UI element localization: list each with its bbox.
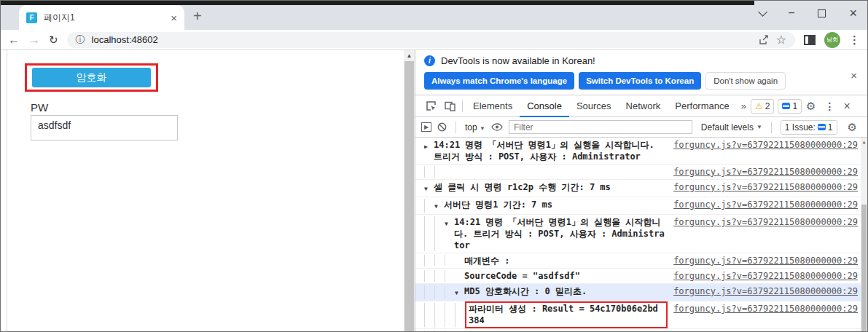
console-row: 에러 코드 : 0 forguncy.js?v=6379221150800000… <box>415 329 861 331</box>
source-link[interactable]: forguncy.js?v=637922115080000000:29 <box>673 216 858 228</box>
console-row-highlighted: ▼ MD5 암호화시간 : 0 밀리초. forguncy.js?v=63792… <box>415 284 861 301</box>
console-row: ▼ 서버단 명령1 기간: 7 ms forguncy.js?v=6379221… <box>415 197 861 215</box>
log-levels-dropdown[interactable]: Default levels ▼ <box>701 122 762 133</box>
source-link[interactable]: forguncy.js?v=637922115080000000:29 <box>673 139 858 151</box>
devtools-menu-icon[interactable]: ⋮ <box>821 100 840 112</box>
divider <box>462 100 463 112</box>
devtools-tabbar: Elements Console Sources Network Perform… <box>415 95 867 117</box>
devtools-close-icon[interactable]: × <box>840 100 855 113</box>
browser-window: F 페이지1 × + − × ← → ↻ ⓘ localhost:48602 ☆… <box>0 0 868 332</box>
new-tab-button[interactable]: + <box>193 8 202 25</box>
warnings-badge[interactable]: ⚠ 2 <box>751 99 774 114</box>
console-row: SourceCode = "asdfsdf" forguncy.js?v=637… <box>415 269 861 284</box>
tab-sources[interactable]: Sources <box>569 95 619 117</box>
console-toolbar: ▶ top ▼ Default levels ▼ 1 Issue: 1 ⚙ <box>415 117 867 138</box>
tab-title: 페이지1 <box>44 12 171 24</box>
disclosure-icon[interactable]: ▼ <box>424 181 434 195</box>
url-text[interactable]: localhost:48602 <box>92 34 751 45</box>
page-scrollbar-thumb[interactable] <box>404 61 414 331</box>
divider <box>455 122 456 133</box>
pw-label: PW <box>31 101 48 114</box>
info-icon: i <box>424 55 435 66</box>
log-message: 서버단 명령1 기간: 7 ms <box>444 199 673 210</box>
console-row: 파라미터 생성 : Result = 54c170b06e2bd384 forg… <box>415 301 861 329</box>
disclosure-icon[interactable]: ▶ <box>424 139 434 153</box>
dont-show-again-button[interactable]: Don't show again <box>705 72 786 90</box>
log-message: 14:21 명령 「서버단 명령1」의 실행을 시작합니다. 트리거 방식 : … <box>434 139 673 162</box>
tab-elements[interactable]: Elements <box>466 95 520 117</box>
devtools-language-notification: i DevTools is now available in Korean! A… <box>415 50 867 95</box>
scroll-up-icon[interactable]: ▲ <box>861 138 867 146</box>
scroll-up-icon[interactable]: ▲ <box>404 50 415 60</box>
more-tabs-icon[interactable]: » <box>737 100 751 111</box>
minimize-button[interactable]: − <box>788 7 794 20</box>
switch-korean-button[interactable]: Switch DevTools to Korean <box>579 72 701 90</box>
devtools-settings-icon[interactable]: ⚙ <box>802 100 820 113</box>
page-grid-line <box>7 50 7 331</box>
reload-icon[interactable]: ↻ <box>49 34 58 46</box>
context-selector[interactable]: top ▼ <box>465 122 485 133</box>
forward-icon[interactable]: → <box>28 34 40 46</box>
console-log: ▶ 14:21 명령 「서버단 명령1」의 실행을 시작합니다. 트리거 방식 … <box>415 138 867 331</box>
messages-badge[interactable]: 1 <box>778 99 802 114</box>
tab-close-icon[interactable]: × <box>171 12 177 23</box>
console-row: ▼ 셀 클릭 시 명령 r1c2p 수행 기간: 7 ms forguncy.j… <box>415 180 861 197</box>
log-message: MD5 암호화시간 : 0 밀리초. <box>464 285 673 297</box>
disclosure-icon[interactable]: ▼ <box>445 216 454 230</box>
page-scrollbar[interactable]: ▲ <box>404 50 415 331</box>
log-message: 에러 코드 : 0 <box>464 331 673 331</box>
source-link[interactable]: forguncy.js?v=637922115080000000:29 <box>673 270 858 282</box>
console-scrollbar-thumb[interactable] <box>861 205 867 331</box>
tab-performance[interactable]: Performance <box>668 95 736 117</box>
source-link[interactable]: forguncy.js?v=637922115080000000:29 <box>673 166 858 178</box>
notification-message: DevTools is now available in Korean! <box>441 55 595 66</box>
browser-tab[interactable]: F 페이지1 × <box>19 5 184 30</box>
inspect-element-icon[interactable] <box>421 100 440 111</box>
console-row: 매개변수 : forguncy.js?v=637922115080000000:… <box>415 253 861 269</box>
log-message: 셀 클릭 시 명령 r1c2p 수행 기간: 7 ms <box>434 181 673 193</box>
window-close-button[interactable]: × <box>849 6 857 21</box>
issues-chip[interactable]: 1 Issue: 1 <box>781 120 837 135</box>
source-link[interactable]: forguncy.js?v=637922115080000000:29 <box>673 255 858 266</box>
log-message: 매개변수 : <box>464 255 673 266</box>
console-filter-input[interactable] <box>509 120 692 134</box>
site-info-icon[interactable]: ⓘ <box>76 33 85 47</box>
divider <box>771 122 772 133</box>
disclosure-icon[interactable]: ▼ <box>434 199 444 213</box>
match-language-button[interactable]: Always match Chrome's language <box>424 72 574 90</box>
warning-icon: ⚠ <box>755 101 763 111</box>
notification-close-icon[interactable]: × <box>851 69 857 82</box>
device-toolbar-icon[interactable] <box>440 101 459 111</box>
bookmark-star-icon[interactable]: ☆ <box>776 33 786 47</box>
log-message: 파라미터 생성 : Result = 54c170b06e2bd384 <box>465 303 673 327</box>
source-link[interactable]: forguncy.js?v=637922115080000000:29 <box>673 199 858 210</box>
maximize-button[interactable] <box>818 9 826 17</box>
side-panel-icon[interactable] <box>804 35 816 45</box>
console-scrollbar[interactable]: ▲ <box>861 138 867 331</box>
pw-input[interactable] <box>31 115 178 141</box>
log-message: SourceCode = "asdfsdf" <box>464 270 673 282</box>
browser-menu-icon[interactable]: ⋮ <box>849 33 860 47</box>
tab-network[interactable]: Network <box>619 95 668 117</box>
back-icon[interactable]: ← <box>8 34 20 46</box>
tab-console[interactable]: Console <box>520 95 569 117</box>
disclosure-icon[interactable]: ▼ <box>455 285 464 299</box>
log-message: 14:21 명령 「서버단 명령1」의 실행을 시작합니다. 트리거 방식 : … <box>454 216 673 251</box>
source-link[interactable]: forguncy.js?v=637922115080000000:29 <box>673 285 858 297</box>
source-link[interactable]: forguncy.js?v=637922115080000000:29 <box>673 303 858 315</box>
address-bar[interactable]: ⓘ localhost:48602 ☆ <box>67 32 795 48</box>
live-expression-eye-icon[interactable] <box>491 123 503 131</box>
clear-console-icon[interactable] <box>437 122 447 132</box>
source-link[interactable]: forguncy.js?v=637922115080000000:29 <box>673 181 858 193</box>
profile-avatar[interactable]: 남희 <box>824 32 840 48</box>
devtools-panel: i DevTools is now available in Korean! A… <box>415 50 867 331</box>
source-link[interactable]: forguncy.js?v=637922115080000000:29 <box>673 331 858 331</box>
console-sidebar-icon[interactable]: ▶ <box>421 122 431 132</box>
favicon-icon: F <box>26 12 37 23</box>
console-settings-icon[interactable]: ⚙ <box>843 121 861 134</box>
page-content: 암호화 PW <box>1 50 404 331</box>
tab-search-chevron-icon[interactable] <box>758 7 767 17</box>
encrypt-button[interactable]: 암호화 <box>32 68 151 87</box>
red-highlight-box: 암호화 <box>25 63 158 92</box>
share-icon[interactable] <box>758 34 770 46</box>
